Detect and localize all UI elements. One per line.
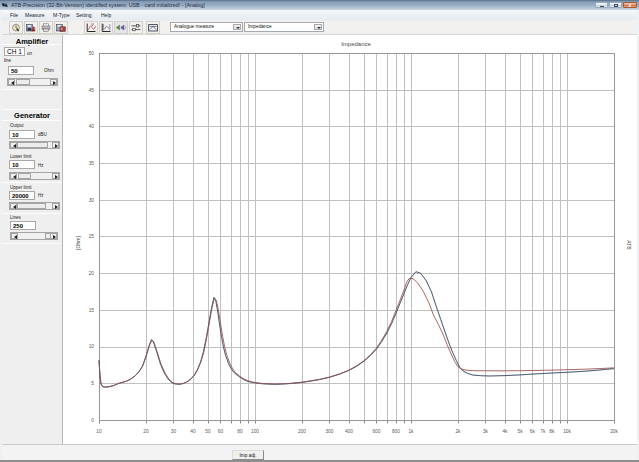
svg-text:50: 50 <box>89 51 95 56</box>
svg-text:600: 600 <box>372 429 380 434</box>
svg-text:35: 35 <box>89 161 95 166</box>
svg-text:5: 5 <box>91 381 94 386</box>
svg-text:20k: 20k <box>610 429 618 434</box>
svg-text:10: 10 <box>89 344 95 349</box>
svg-text:400: 400 <box>345 429 353 434</box>
svg-text:4k: 4k <box>502 429 508 434</box>
svg-text:3k: 3k <box>483 429 489 434</box>
svg-text:300: 300 <box>325 429 333 434</box>
svg-text:10: 10 <box>96 429 102 434</box>
svg-text:[Ohm]: [Ohm] <box>75 236 81 250</box>
svg-text:50: 50 <box>205 429 211 434</box>
svg-text:15: 15 <box>89 308 95 313</box>
svg-text:20: 20 <box>89 271 95 276</box>
svg-text:7k: 7k <box>540 429 546 434</box>
svg-text:8k: 8k <box>549 429 555 434</box>
svg-text:M: M <box>91 23 94 27</box>
svg-text:0: 0 <box>91 418 94 423</box>
svg-text:45: 45 <box>89 88 95 93</box>
svg-text:200: 200 <box>298 429 306 434</box>
svg-text:80: 80 <box>237 429 243 434</box>
svg-text:800: 800 <box>392 429 400 434</box>
svg-text:40: 40 <box>190 429 196 434</box>
svg-text:25: 25 <box>89 234 95 239</box>
svg-text:ATB: ATB <box>626 240 632 250</box>
svg-text:5k: 5k <box>518 429 524 434</box>
svg-text:100: 100 <box>251 429 259 434</box>
svg-text:40: 40 <box>89 124 95 129</box>
svg-text:30: 30 <box>89 198 95 203</box>
svg-text:1k: 1k <box>408 429 414 434</box>
svg-text:2k: 2k <box>455 429 461 434</box>
svg-text:60: 60 <box>218 429 224 434</box>
svg-text:30: 30 <box>171 429 177 434</box>
svg-text:Impedance: Impedance <box>341 41 371 47</box>
svg-text:20: 20 <box>143 429 149 434</box>
svg-text:6k: 6k <box>530 429 536 434</box>
svg-text:10k: 10k <box>563 429 571 434</box>
